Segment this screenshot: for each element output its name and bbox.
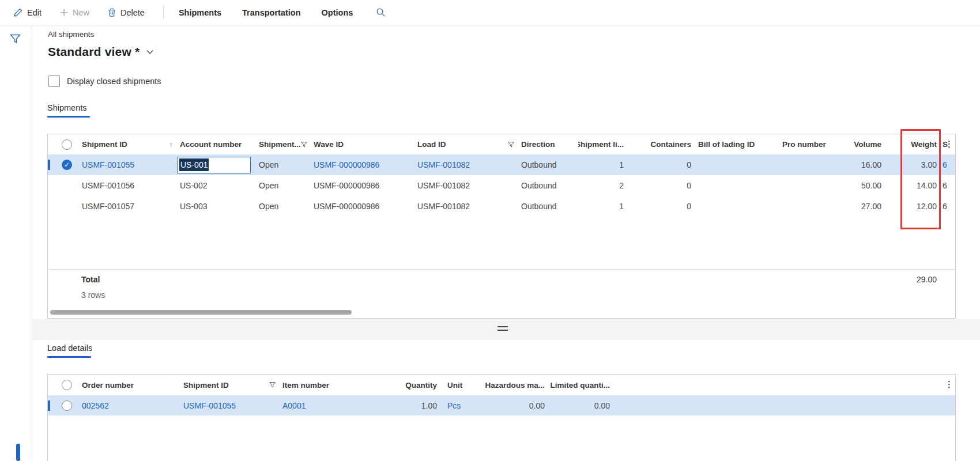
weight-value: 12.00	[917, 202, 937, 211]
tab-shipments[interactable]: Shipments	[47, 103, 90, 118]
col-volume-label: Volume	[854, 140, 881, 149]
col-shipment-id[interactable]: Shipment ID	[180, 381, 279, 390]
col-wave-id[interactable]: Wave ID	[310, 140, 414, 149]
col-direction-label: Direction	[521, 140, 555, 149]
col-quantity-label: Quantity	[405, 381, 437, 390]
search-icon	[376, 7, 386, 17]
total-label: Total	[81, 275, 100, 284]
wave-id-value[interactable]: USMF-000000986	[314, 202, 379, 211]
new-button-label: New	[73, 8, 89, 17]
grid-options-icon[interactable]: ⋮	[945, 379, 953, 390]
col-shipment-id[interactable]: Shipment ID ↑	[78, 140, 176, 149]
col-hazardous-label: Hazardous ma...	[485, 381, 545, 390]
shipment-lines-value: 1	[619, 202, 624, 211]
load-id-link[interactable]: USMF-001082	[417, 160, 470, 169]
page-title: Standard view *	[48, 45, 140, 59]
col-shipment-status[interactable]: Shipment...	[255, 140, 310, 149]
rail-scroll-indicator[interactable]	[16, 444, 20, 461]
col-unit[interactable]: Unit	[440, 381, 481, 390]
shipment-id-link[interactable]: USMF-001055	[183, 401, 236, 410]
edit-button[interactable]: Edit	[14, 8, 42, 17]
col-unit-label: Unit	[447, 381, 462, 390]
funnel-icon	[10, 34, 21, 44]
wave-id-value[interactable]: USMF-000000986	[314, 181, 379, 190]
col-bill-of-lading[interactable]: Bill of lading ID	[695, 140, 779, 149]
filter-icon-shipment-id[interactable]	[269, 382, 276, 388]
load-id-value[interactable]: USMF-001082	[417, 202, 470, 211]
load-id-value[interactable]: USMF-001082	[417, 181, 470, 190]
col-volume[interactable]: Volume	[843, 140, 885, 149]
item-number-link[interactable]: A0001	[282, 401, 306, 410]
menu-shipments[interactable]: Shipments	[179, 8, 221, 17]
col-order-number-label: Order number	[82, 381, 134, 390]
row-selected-circle[interactable]: ✓	[62, 160, 72, 170]
direction-value: Outbound	[521, 181, 557, 190]
delete-button[interactable]: Delete	[108, 8, 145, 17]
action-pane-toolbar: Edit New Delete Shipments Transportation…	[0, 0, 980, 25]
search-button[interactable]	[376, 7, 386, 17]
status-value: Open	[259, 160, 278, 169]
col-load-id[interactable]: Load ID	[414, 140, 518, 149]
col-quantity[interactable]: Quantity	[365, 381, 440, 390]
s-value: 6	[943, 181, 947, 190]
unit-link[interactable]: Pcs	[447, 401, 461, 410]
row-count: 3 rows	[81, 290, 105, 300]
direction-value: Outbound	[521, 160, 557, 169]
shipment-id-link[interactable]: USMF-001055	[82, 160, 134, 169]
direction-value: Outbound	[521, 202, 557, 211]
display-closed-shipments-toggle[interactable]: Display closed shipments	[48, 75, 161, 87]
account-number-input[interactable]: US-001	[177, 157, 251, 173]
col-order-number[interactable]: Order number	[78, 381, 180, 390]
s-value: 6	[943, 202, 947, 211]
col-weight-label: Weight	[911, 140, 937, 149]
s-value[interactable]: 6	[943, 160, 947, 169]
select-all-cell[interactable]	[48, 139, 78, 150]
shipment-id-value[interactable]: USMF-001057	[82, 202, 134, 211]
col-wave-id-label: Wave ID	[314, 140, 344, 149]
selected-input-text: US-001	[179, 158, 209, 171]
col-pro-number[interactable]: Pro number	[779, 140, 843, 149]
menu-transportation[interactable]: Transportation	[242, 8, 301, 17]
filter-icon-status[interactable]	[301, 142, 307, 148]
filter-icon-load-id[interactable]	[508, 142, 514, 148]
col-containers[interactable]: Containers	[627, 140, 695, 149]
col-limited-quantity-label: Limited quanti...	[551, 381, 610, 390]
select-all-circle[interactable]	[62, 380, 72, 390]
menu-options[interactable]: Options	[322, 8, 353, 17]
table-row[interactable]: USMF-001056 US-002 Open USMF-000000986 U…	[48, 175, 955, 196]
sort-ascending-icon: ↑	[169, 140, 174, 149]
col-hazardous[interactable]: Hazardous ma...	[481, 381, 548, 390]
table-row[interactable]: 002562 USMF-001055 A0001 1.00 Pcs 0.00 0…	[48, 395, 955, 415]
col-item-number[interactable]: Item number	[279, 381, 365, 390]
order-number-link[interactable]: 002562	[82, 401, 109, 410]
tab-active-indicator	[47, 116, 90, 118]
hazardous-value: 0.00	[529, 401, 545, 410]
splitter-handle-icon[interactable]	[497, 326, 508, 331]
tab-load-details[interactable]: Load details	[47, 343, 92, 358]
view-selector[interactable]: Standard view *	[48, 45, 154, 59]
row-select-circle[interactable]	[62, 400, 72, 411]
edit-button-label: Edit	[27, 8, 42, 17]
col-weight[interactable]: Weight	[885, 140, 940, 149]
col-limited-quantity[interactable]: Limited quanti...	[548, 381, 613, 390]
col-pro-number-label: Pro number	[782, 140, 826, 149]
display-closed-checkbox[interactable]	[48, 75, 60, 87]
filter-pane-button[interactable]	[10, 34, 32, 46]
col-account-number[interactable]: Account number	[176, 140, 255, 149]
tab-shipments-label: Shipments	[47, 103, 90, 112]
scrollbar-thumb[interactable]	[50, 310, 352, 315]
select-all-cell[interactable]	[48, 380, 78, 390]
table-row[interactable]: USMF-001057 US-003 Open USMF-000000986 U…	[48, 196, 955, 217]
shipment-lines-value: 2	[619, 181, 624, 190]
table-row[interactable]: ✓ USMF-001055 US-001 Open USMF-000000986…	[48, 154, 955, 175]
shipment-id-value[interactable]: USMF-001056	[82, 181, 134, 190]
new-button[interactable]: New	[60, 8, 89, 17]
delete-button-label: Delete	[120, 8, 145, 17]
select-all-circle[interactable]	[62, 139, 72, 150]
horizontal-scrollbar[interactable]	[50, 310, 949, 315]
wave-id-link[interactable]: USMF-000000986	[314, 160, 379, 169]
col-shipment-lines[interactable]: Shipment li...	[578, 140, 627, 149]
grid-options-icon[interactable]: ⋮	[945, 139, 953, 149]
col-direction[interactable]: Direction	[518, 140, 578, 149]
grid-splitter[interactable]	[33, 319, 980, 340]
